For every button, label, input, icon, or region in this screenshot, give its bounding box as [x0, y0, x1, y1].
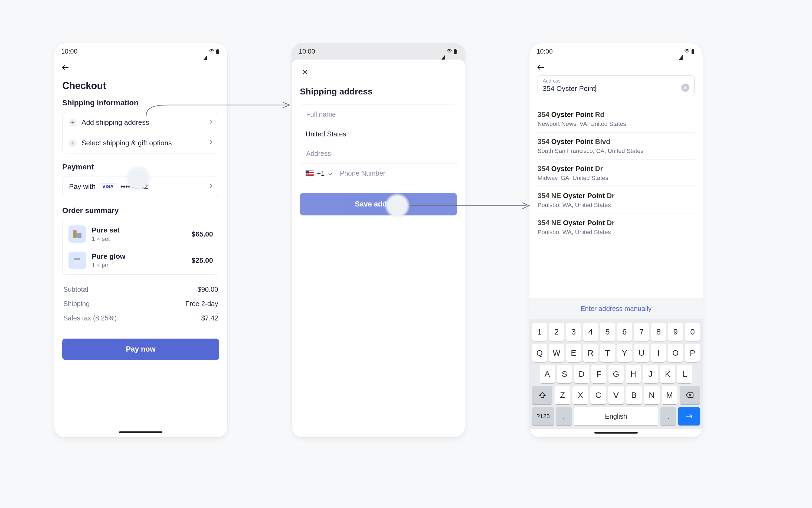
clear-button[interactable] — [681, 84, 689, 92]
space-key[interactable]: English — [574, 407, 658, 425]
back-button[interactable] — [60, 62, 70, 73]
item-name: Pure glow — [92, 252, 185, 261]
full-name-field[interactable] — [300, 104, 457, 124]
period-key[interactable]: . — [660, 407, 676, 425]
chevron-right-icon — [209, 182, 213, 191]
svg-rect-11 — [691, 49, 694, 54]
key-8[interactable]: 8 — [651, 323, 666, 341]
suggestion-item[interactable]: 354 Oyster Point Rd Newport News, VA, Un… — [538, 105, 694, 133]
suggestion-item[interactable]: 354 Oyster Point Dr Midway, GA, United S… — [538, 160, 694, 187]
key-2[interactable]: 2 — [549, 323, 564, 341]
key-b[interactable]: B — [626, 386, 642, 404]
key-w[interactable]: W — [549, 344, 564, 362]
subtotal-value: $90.00 — [198, 286, 218, 293]
svg-point-0 — [211, 53, 212, 53]
flow-arrow-2 — [408, 202, 532, 210]
key-r[interactable]: R — [583, 344, 598, 362]
address-input[interactable] — [306, 150, 451, 158]
phone-field[interactable]: +1 — [300, 164, 457, 183]
pay-now-button[interactable]: Pay now — [62, 339, 219, 360]
key-9[interactable]: 9 — [668, 323, 683, 341]
plus-icon: + — [69, 119, 77, 126]
tax-label: Sales tax (8.25%) — [63, 314, 117, 322]
key-v[interactable]: V — [608, 386, 624, 404]
key-e[interactable]: E — [566, 344, 581, 362]
suggestion-line-2: Poulsbo, WA, United States — [538, 229, 694, 236]
svg-rect-2 — [217, 49, 218, 49]
battery-icon — [216, 49, 219, 54]
pay-with-label: Pay with — [69, 182, 95, 191]
address-field[interactable] — [300, 144, 457, 164]
home-indicator[interactable] — [119, 431, 162, 433]
symbols-key[interactable]: ?123 — [532, 407, 554, 425]
status-bar: 10:00 — [529, 43, 703, 59]
wifi-icon — [684, 49, 690, 54]
country-value: United States — [306, 130, 346, 138]
key-g[interactable]: G — [608, 365, 624, 383]
key-f[interactable]: F — [591, 365, 606, 383]
order-item: Pure glow 1 × jar $25.00 — [62, 247, 219, 273]
signal-icon — [441, 48, 445, 55]
phone-input[interactable] — [339, 169, 451, 177]
comma-key[interactable]: , — [556, 407, 571, 425]
suggestion-item[interactable]: 354 NE Oyster Point Dr Poulsbo, WA, Unit… — [538, 214, 694, 241]
key-3[interactable]: 3 — [566, 323, 581, 341]
key-k[interactable]: K — [660, 365, 675, 383]
suggestion-line-1: 354 NE Oyster Point Dr — [538, 192, 694, 200]
address-search-field[interactable]: Address 354 Oyster Point — [538, 75, 694, 96]
pay-with-row[interactable]: Pay with VISA •••• 4242 — [62, 176, 219, 197]
svg-rect-6 — [74, 260, 80, 264]
key-l[interactable]: L — [677, 365, 692, 383]
key-s[interactable]: S — [557, 365, 572, 383]
order-summary-label: Order summary — [62, 206, 219, 215]
key-x[interactable]: X — [572, 386, 588, 404]
payment-section-label: Payment — [62, 163, 219, 171]
key-m[interactable]: M — [662, 386, 678, 404]
sheet-title: Shipping address — [300, 87, 457, 97]
suggestion-item[interactable]: 354 NE Oyster Point Dr Poulsbo, WA, Unit… — [538, 187, 694, 214]
chevron-down-icon — [328, 169, 332, 177]
key-y[interactable]: Y — [617, 344, 632, 362]
enter-key[interactable] — [678, 407, 700, 425]
enter-manually-link[interactable]: Enter address manually — [529, 298, 703, 319]
backspace-key[interactable] — [680, 386, 700, 404]
key-c[interactable]: C — [590, 386, 606, 404]
status-icons — [679, 48, 694, 55]
key-a[interactable]: A — [540, 365, 555, 383]
status-bar: 10:00 — [54, 43, 227, 59]
svg-rect-1 — [216, 49, 219, 54]
totals: Subtotal$90.00 ShippingFree 2-day Sales … — [62, 282, 219, 325]
shift-key[interactable] — [532, 386, 552, 404]
key-z[interactable]: Z — [555, 386, 570, 404]
key-t[interactable]: T — [600, 344, 615, 362]
plus-icon: + — [69, 139, 77, 147]
key-h[interactable]: H — [626, 365, 641, 383]
add-shipping-label: Add shipping address — [82, 118, 149, 127]
visa-badge: VISA — [100, 183, 116, 190]
product-thumb — [69, 225, 86, 243]
key-0[interactable]: 0 — [685, 323, 700, 341]
status-icons — [204, 48, 219, 55]
shipping-options-row[interactable]: + Select shipping & gift options — [62, 133, 219, 153]
key-n[interactable]: N — [644, 386, 659, 404]
key-4[interactable]: 4 — [583, 323, 598, 341]
key-u[interactable]: U — [634, 344, 649, 362]
key-d[interactable]: D — [574, 365, 589, 383]
payment-card: Pay with VISA •••• 4242 — [62, 176, 219, 197]
key-i[interactable]: I — [651, 344, 666, 362]
close-button[interactable] — [300, 67, 310, 77]
country-select[interactable]: United States — [300, 124, 457, 144]
key-q[interactable]: Q — [532, 344, 547, 362]
suggestion-item[interactable]: 354 Oyster Point Blvd South San Francisc… — [538, 133, 694, 160]
key-p[interactable]: P — [685, 344, 700, 362]
key-5[interactable]: 5 — [600, 323, 615, 341]
key-j[interactable]: J — [643, 365, 658, 383]
key-o[interactable]: O — [668, 344, 683, 362]
key-6[interactable]: 6 — [617, 323, 632, 341]
home-indicator[interactable] — [594, 432, 638, 433]
key-1[interactable]: 1 — [532, 323, 547, 341]
full-name-input[interactable] — [306, 110, 451, 119]
back-button[interactable] — [536, 62, 546, 73]
suggestion-line-2: Newport News, VA, United States — [538, 120, 694, 127]
key-7[interactable]: 7 — [634, 323, 649, 341]
